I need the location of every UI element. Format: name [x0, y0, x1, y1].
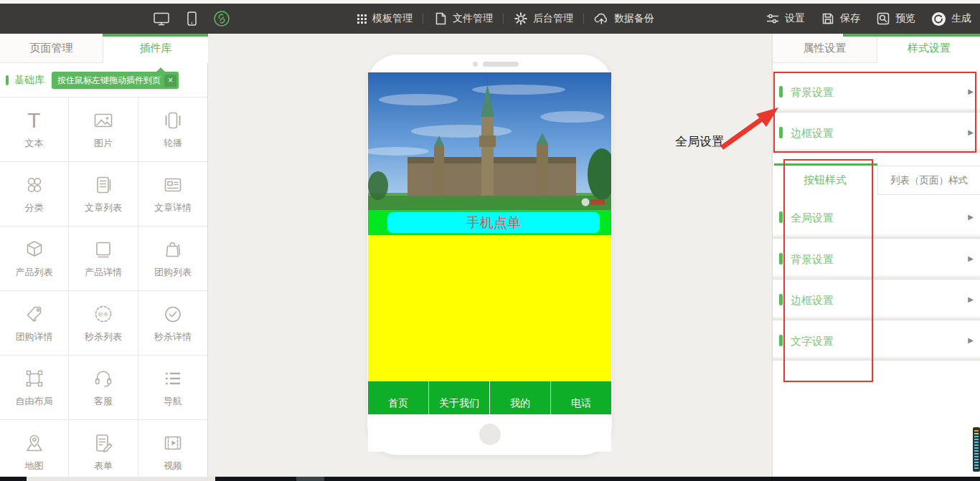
hero-image[interactable]	[368, 72, 611, 210]
menu-backend-manage[interactable]: 后台管理	[514, 11, 573, 26]
plugin-label: 轮播	[164, 137, 182, 150]
green-marker	[779, 335, 783, 346]
mobile-view-icon[interactable]	[184, 11, 199, 27]
action-label: 保存	[840, 12, 860, 25]
svg-text:秒杀: 秒杀	[98, 311, 108, 317]
product-list-icon	[24, 239, 45, 260]
settings-button[interactable]: 设置	[765, 11, 805, 26]
plugin-free-layout[interactable]: 自由布局	[0, 356, 69, 420]
plugin-label: 产品列表	[16, 266, 53, 279]
tab-page-manage[interactable]: 页面管理	[0, 34, 103, 63]
plugin-form[interactable]: 表单	[69, 420, 138, 481]
shopping-bag-icon	[162, 239, 184, 260]
plugin-groupbuy-detail[interactable]: 团购详情	[0, 291, 69, 356]
plugin-category[interactable]: 分类	[0, 162, 69, 227]
tab-label: 页面管理	[30, 42, 73, 55]
menu-file-manage[interactable]: 文件管理	[433, 11, 493, 26]
row-background-settings[interactable]: 背景设置 ▶	[773, 72, 980, 113]
grid-icon	[357, 14, 367, 24]
plugin-label: 自由布局	[16, 395, 53, 408]
plugin-product-list[interactable]: 产品列表	[0, 227, 69, 291]
menu-data-backup[interactable]: 数据备份	[594, 11, 654, 26]
plugin-grid: T 文本 图片 轮播 分类 文章列表	[0, 97, 208, 481]
close-icon[interactable]: ×	[164, 75, 176, 87]
subtab-button-style[interactable]: 按钮样式	[773, 166, 877, 195]
plugin-label: 图片	[94, 137, 113, 150]
banner-button[interactable]: 手机点单	[387, 212, 600, 233]
plugin-map[interactable]: 地图	[0, 420, 69, 481]
headset-icon	[93, 368, 114, 389]
taskbar-segment-gray	[296, 477, 324, 481]
action-label: 预览	[895, 12, 915, 25]
row-text-settings[interactable]: 文字设置 ▶	[773, 320, 980, 361]
row-label: 边框设置	[791, 294, 834, 308]
plugin-article-detail[interactable]: 文章详情	[138, 162, 207, 227]
nav-item-about[interactable]: 关于我们	[429, 381, 490, 414]
save-icon	[821, 11, 835, 26]
plugin-sidebar: 页面管理 插件库 基础库 按住鼠标左键拖动插件到页 × T 文本 图片 轮播	[0, 34, 208, 481]
design-canvas: 手机点单 首页 关于我们 我的 电话	[208, 34, 772, 481]
plugin-video[interactable]: 视频	[138, 420, 207, 481]
tab-label: 属性设置	[804, 42, 847, 55]
save-button[interactable]: 保存	[821, 11, 860, 26]
preview-button[interactable]: 预览	[876, 11, 915, 26]
tab-property-settings[interactable]: 属性设置	[773, 34, 877, 63]
link-icon[interactable]	[213, 10, 230, 27]
plugin-carousel[interactable]: 轮播	[138, 97, 207, 162]
row-button-border-settings[interactable]: 边框设置 ▶	[773, 280, 980, 320]
settings-panel: 属性设置 样式设置 背景设置 ▶ 边框设置 ▶ 按钮样式 列表（页面）样式 全局…	[772, 34, 980, 481]
green-marker	[779, 86, 783, 97]
plugin-product-detail[interactable]: 产品详情	[69, 227, 138, 291]
subtab-label: 列表（页面）样式	[890, 174, 968, 187]
price-tag-icon	[24, 303, 45, 325]
plugin-article-list[interactable]: 文章列表	[69, 162, 138, 227]
desktop-view-icon[interactable]	[153, 11, 170, 27]
row-label: 文字设置	[791, 335, 834, 348]
chevron-right-icon: ▶	[968, 336, 974, 344]
tab-label: 样式设置	[908, 42, 951, 55]
row-button-background-settings[interactable]: 背景设置 ▶	[773, 239, 980, 280]
plugin-groupbuy-list[interactable]: 团购列表	[138, 227, 207, 291]
row-global-settings[interactable]: 全局设置 ▶	[773, 197, 980, 239]
menu-label: 数据备份	[614, 12, 654, 25]
plugin-text[interactable]: T 文本	[0, 97, 69, 162]
action-label: 设置	[785, 12, 805, 25]
mini-scrollbar-widget[interactable]	[973, 427, 980, 472]
content-block[interactable]	[368, 235, 611, 381]
subtab-list-page-style[interactable]: 列表（页面）样式	[877, 166, 980, 195]
product-detail-icon	[93, 239, 114, 260]
nav-item-mine[interactable]: 我的	[490, 381, 551, 414]
tab-plugin-library[interactable]: 插件库	[103, 34, 208, 63]
banner-strip[interactable]: 手机点单	[368, 210, 611, 235]
plugin-label: 表单	[94, 459, 113, 472]
plugin-label: 文章详情	[154, 201, 192, 214]
green-marker	[779, 127, 783, 138]
nav-item-phone[interactable]: 电话	[551, 381, 611, 414]
plugin-seckill-list[interactable]: 秒杀 秒杀列表	[69, 291, 138, 356]
nav-item-home[interactable]: 首页	[368, 381, 429, 414]
timer-check-icon	[162, 303, 184, 325]
subtab-label: 按钮样式	[804, 173, 847, 187]
banner-title: 手机点单	[466, 214, 521, 232]
plugin-label: 团购详情	[16, 330, 53, 343]
plugin-image[interactable]: 图片	[69, 97, 138, 162]
widget-dashes	[974, 436, 979, 469]
seckill-badge-icon: 秒杀	[93, 303, 114, 325]
generate-button[interactable]: 生成	[931, 11, 971, 27]
carousel-icon	[162, 110, 184, 131]
row-border-settings[interactable]: 边框设置 ▶	[773, 113, 980, 153]
plugin-seckill-detail[interactable]: 秒杀详情	[138, 291, 207, 356]
home-button	[479, 424, 501, 445]
row-label: 全局设置	[791, 211, 834, 225]
divider	[423, 14, 423, 24]
plugin-label: 秒杀列表	[85, 330, 122, 343]
plugin-navigation[interactable]: 导航	[138, 356, 207, 420]
menu-template-manage[interactable]: 模板管理	[357, 12, 413, 25]
tab-style-settings[interactable]: 样式设置	[877, 34, 980, 63]
view-mode-group	[153, 4, 230, 34]
phone-bottom-nav: 首页 关于我们 我的 电话	[368, 381, 611, 414]
plugin-label: 地图	[25, 459, 44, 472]
camera-dot	[473, 62, 478, 67]
nav-list-icon	[162, 368, 184, 389]
plugin-customer-service[interactable]: 客服	[69, 356, 138, 420]
